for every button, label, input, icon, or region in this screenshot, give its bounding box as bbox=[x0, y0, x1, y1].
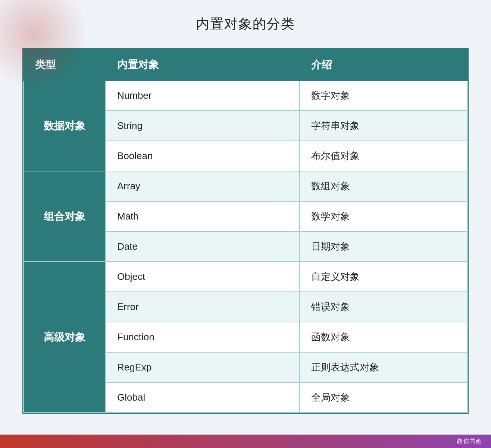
desc-string: 字符串对象 bbox=[300, 111, 467, 141]
table-row: 数据对象 Number 数字对象 bbox=[24, 81, 467, 111]
header-type: 类型 bbox=[24, 49, 106, 81]
object-boolean: Boolean bbox=[106, 141, 300, 171]
bottom-bar-text: 教你书画 bbox=[457, 438, 482, 445]
desc-regexp: 正则表达式对象 bbox=[300, 352, 467, 382]
desc-object: 自定义对象 bbox=[300, 262, 467, 292]
desc-boolean: 布尔值对象 bbox=[300, 141, 467, 171]
table-header-row: 类型 内置对象 介绍 bbox=[24, 49, 467, 81]
desc-error: 错误对象 bbox=[300, 292, 467, 322]
object-number: Number bbox=[106, 81, 300, 111]
header-object: 内置对象 bbox=[106, 49, 300, 81]
desc-date: 日期对象 bbox=[300, 231, 467, 262]
desc-math: 数学对象 bbox=[300, 201, 467, 231]
table-row: 组合对象 Array 数组对象 bbox=[24, 171, 467, 201]
category-composite: 组合对象 bbox=[24, 171, 106, 262]
object-function: Function bbox=[106, 322, 300, 352]
object-global: Global bbox=[106, 382, 300, 413]
category-data: 数据对象 bbox=[24, 81, 106, 171]
desc-function: 函数对象 bbox=[300, 322, 467, 352]
desc-global: 全局对象 bbox=[300, 382, 467, 413]
header-desc: 介绍 bbox=[300, 49, 467, 81]
desc-number: 数字对象 bbox=[300, 81, 467, 111]
object-date: Date bbox=[106, 231, 300, 262]
object-math: Math bbox=[106, 201, 300, 231]
bottom-bar: 教你书画 bbox=[0, 435, 491, 448]
category-advanced: 高级对象 bbox=[24, 262, 106, 413]
object-string: String bbox=[106, 111, 300, 141]
classification-table: 类型 内置对象 介绍 数据对象 Number 数字对象 String 字符串对象… bbox=[23, 49, 468, 413]
table-row: 高级对象 Object 自定义对象 bbox=[24, 262, 467, 292]
main-table-wrapper: 类型 内置对象 介绍 数据对象 Number 数字对象 String 字符串对象… bbox=[22, 48, 469, 414]
object-regexp: RegExp bbox=[106, 352, 300, 382]
desc-array: 数组对象 bbox=[300, 171, 467, 201]
object-object: Object bbox=[106, 262, 300, 292]
object-array: Array bbox=[106, 171, 300, 201]
page-title: 内置对象的分类 bbox=[22, 15, 469, 33]
object-error: Error bbox=[106, 292, 300, 322]
